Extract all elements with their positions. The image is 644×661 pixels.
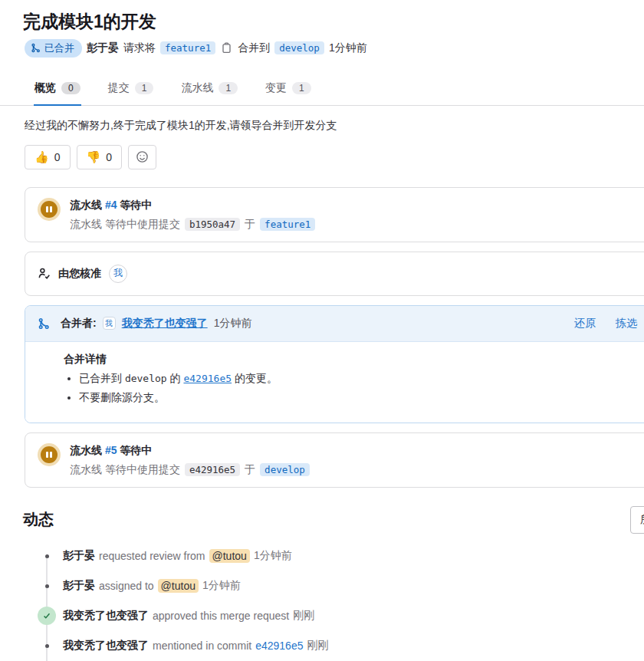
thumbs-up-button[interactable]: 👍 0	[25, 145, 71, 169]
timeline-dot-icon	[38, 577, 56, 595]
author-name[interactable]: 彭于晏	[87, 41, 119, 55]
merge-detail-item: 已合并到 develop 的 e42916e5 的变更。	[79, 372, 637, 386]
add-reaction-button[interactable]	[128, 145, 156, 169]
approval-widget: 由您核准 我	[25, 252, 644, 296]
tab-commits[interactable]: 提交 1	[107, 71, 155, 106]
merged-by-label: 合并者:	[61, 317, 97, 330]
activity-user[interactable]: 我变秃了也变强了	[63, 609, 149, 623]
activity-item: 彭于晏 assigned to @tutou 1分钟前	[25, 571, 644, 601]
tab-pipelines-label: 流水线	[181, 81, 213, 95]
smiley-icon	[136, 150, 149, 163]
pipeline-commit-chip[interactable]: e42916e5	[185, 463, 240, 476]
pipeline-sub-label: 流水线 等待中使用提交	[70, 463, 180, 477]
activity-time: 刚刚	[293, 609, 314, 623]
tab-overview-count: 0	[61, 82, 80, 94]
activity-header-row: 动态 所有活动	[23, 506, 644, 534]
approver-avatar[interactable]: 我	[109, 265, 127, 283]
request-text: 请求将	[123, 41, 156, 55]
approved-check-icon	[38, 607, 56, 625]
pipeline-status: 等待中	[120, 444, 152, 456]
activity-user[interactable]: 彭于晏	[63, 579, 95, 593]
merge-request-description: 经过我的不懈努力,终于完成了模块1的开发,请领导合并到开发分支	[25, 119, 619, 133]
activity-user[interactable]: 我变秃了也变强了	[63, 639, 149, 653]
activity-filter-button[interactable]: 所有活动	[630, 506, 644, 534]
pipeline-sub-label: 流水线 等待中使用提交	[70, 218, 180, 232]
activity-item: 我变秃了也变强了 approved this merge request 刚刚	[25, 601, 644, 631]
thumbs-up-icon: 👍	[34, 150, 49, 164]
timeline-dot-icon	[38, 636, 56, 655]
tab-changes-count: 1	[292, 82, 311, 94]
mention-chip[interactable]: @tutou	[209, 549, 250, 563]
merger-name-link[interactable]: 我变秃了也变强了	[122, 317, 208, 330]
award-emoji-bar: 👍 0 👎 0	[25, 145, 619, 169]
pipeline-preposition: 于	[245, 218, 255, 232]
activity-time: 1分钟前	[202, 579, 241, 593]
detail-pre-text: 已合并到	[79, 372, 122, 384]
pipeline-number-link[interactable]: #5	[105, 444, 117, 456]
activity-action: mentioned in commit	[153, 640, 251, 652]
detail-post-text: 的变更。	[235, 372, 278, 384]
activity-time: 1分钟前	[254, 549, 292, 563]
target-branch-chip[interactable]: develop	[274, 41, 324, 54]
merge-details-title: 合并详情	[64, 353, 637, 367]
merge-request-byline: 已合并 彭于晏 请求将 feature1 合并到 develop 1分钟前	[25, 39, 619, 58]
pipeline-widget-4: 流水线 #4 等待中 流水线 等待中使用提交 b1950a47 于 featur…	[25, 187, 644, 242]
pipeline-preposition: 于	[245, 463, 255, 477]
pipeline-branch-chip[interactable]: develop	[260, 463, 310, 476]
merged-header: 合并者: 我 我变秃了也变强了 1分钟前 还原 拣选	[25, 306, 644, 342]
pipeline-status: 等待中	[120, 199, 152, 211]
pipeline-title: 流水线 #4 等待中	[70, 198, 315, 212]
merged-widget: 合并者: 我 我变秃了也变强了 1分钟前 还原 拣选 合并详情 已合并到 dev…	[25, 305, 644, 423]
activity-user[interactable]: 彭于晏	[63, 549, 95, 563]
pipeline-number-link[interactable]: #4	[105, 199, 117, 211]
thumbs-down-count: 0	[106, 151, 112, 163]
activity-time: 刚刚	[307, 639, 328, 653]
activity-item: 彭于晏 requested review from @tutou 1分钟前	[25, 541, 644, 571]
tab-changes-label: 变更	[265, 81, 287, 95]
page-title: 完成模块1的开发	[23, 11, 619, 33]
merge-into-text: 合并到	[238, 41, 270, 55]
merge-detail-item: 不要删除源分支。	[79, 391, 637, 405]
activity-commit-link[interactable]: e42916e5	[255, 640, 303, 652]
pipeline-label: 流水线	[70, 199, 102, 211]
detail-commit-link[interactable]: e42916e5	[183, 373, 232, 384]
pipeline-title: 流水线 #5 等待中	[70, 443, 310, 458]
thumbs-down-icon: 👎	[87, 150, 101, 164]
tab-overview[interactable]: 概览 0	[34, 71, 81, 106]
thumbs-down-button[interactable]: 👎 0	[77, 145, 123, 169]
activity-action: approved this merge request	[153, 610, 289, 622]
user-check-icon	[38, 267, 51, 280]
tab-changes[interactable]: 变更 1	[264, 71, 312, 106]
merger-avatar[interactable]: 我	[103, 317, 116, 330]
mention-chip[interactable]: @tutou	[158, 579, 199, 593]
pipeline-subtext: 流水线 等待中使用提交 b1950a47 于 feature1	[70, 218, 315, 232]
pipeline-commit-chip[interactable]: b1950a47	[185, 218, 240, 231]
thumbs-up-count: 0	[54, 151, 61, 163]
activity-item: 我变秃了也变强了 mentioned in commit e42916e5 刚刚	[25, 631, 644, 661]
tab-overview-label: 概览	[34, 81, 56, 95]
merged-actions: 还原 拣选	[574, 317, 637, 330]
activity-heading: 动态	[23, 509, 54, 530]
status-badge-label: 已合并	[44, 41, 74, 55]
source-branch-chip[interactable]: feature1	[160, 41, 215, 54]
detail-branch: develop	[125, 373, 167, 384]
cherry-pick-link[interactable]: 拣选	[616, 317, 637, 330]
copy-branch-icon[interactable]	[221, 42, 232, 54]
merge-icon	[31, 43, 41, 53]
pipeline-branch-chip[interactable]: feature1	[260, 218, 315, 231]
created-time: 1分钟前	[329, 41, 367, 55]
merge-details: 合并详情 已合并到 develop 的 e42916e5 的变更。 不要删除源分…	[25, 342, 644, 423]
tab-commits-count: 1	[135, 82, 154, 94]
revert-link[interactable]: 还原	[574, 317, 596, 330]
merge-icon	[38, 317, 50, 330]
tab-pipelines[interactable]: 流水线 1	[180, 71, 238, 106]
pipeline-paused-icon	[38, 198, 61, 221]
merge-request-tabs: 概览 0 提交 1 流水线 1 变更 1	[0, 71, 644, 106]
activity-timeline: 彭于晏 requested review from @tutou 1分钟前 彭于…	[25, 541, 644, 661]
pipeline-label: 流水线	[70, 444, 102, 456]
pipeline-widget-5: 流水线 #5 等待中 流水线 等待中使用提交 e42916e5 于 develo…	[25, 432, 644, 488]
pipeline-paused-icon	[38, 443, 61, 466]
status-badge: 已合并	[25, 39, 82, 58]
tab-commits-label: 提交	[108, 81, 130, 95]
detail-mid-text: 的	[170, 372, 181, 384]
